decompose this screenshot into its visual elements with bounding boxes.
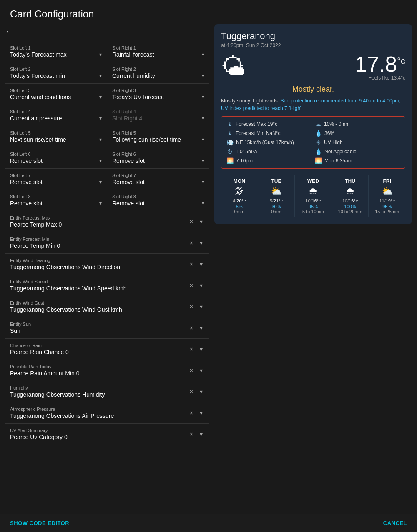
entity-expand-4[interactable]: ▾ <box>198 302 204 311</box>
slot-cell-2[interactable]: Slot Left 2 Today's Forecast min ▾ <box>5 62 107 84</box>
entity-remove-6[interactable]: × <box>188 345 195 353</box>
stat-item-2: 🌡 Forecast Min NaN°c <box>226 130 311 137</box>
forecast-day-name-1: TUE <box>260 178 293 184</box>
slot-cell-14[interactable]: Slot Left 8 Remove slot ▾ <box>5 190 107 211</box>
slot-label-0: Slot Left 1 <box>10 45 102 50</box>
entity-expand-9[interactable]: ▾ <box>198 409 204 417</box>
entity-remove-3[interactable]: × <box>188 281 195 290</box>
slot-cell-10[interactable]: Slot Left 6 Remove slot ▾ <box>5 147 107 169</box>
entity-remove-9[interactable]: × <box>188 409 195 417</box>
entity-remove-2[interactable]: × <box>188 260 195 268</box>
forecast-rain-2: 5 to 10mm <box>296 209 330 214</box>
slot-value-10: Remove slot ▾ <box>10 157 102 164</box>
slot-chevron-7: ▾ <box>202 115 204 121</box>
slot-cell-9[interactable]: Slot Right 5 Following sun rise/set time… <box>107 126 209 147</box>
back-button[interactable]: ← <box>5 24 209 41</box>
entity-remove-8[interactable]: × <box>188 387 195 396</box>
cancel-button[interactable]: CANCEL <box>383 520 407 526</box>
stat-text-7: Not Applicable <box>324 149 357 155</box>
slot-label-5: Slot Right 3 <box>112 88 204 93</box>
slot-label-14: Slot Left 8 <box>10 194 102 199</box>
entity-expand-3[interactable]: ▾ <box>198 281 204 290</box>
entity-value-6: Pearce Rain Chance 0 <box>10 349 188 355</box>
entity-remove-5[interactable]: × <box>188 324 195 332</box>
forecast-icon-2: 🌧 <box>296 186 330 197</box>
slot-cell-6[interactable]: Slot Left 4 Current air pressure ▾ <box>5 105 107 126</box>
entity-row-4: Entity Wind Gust Tuggeranong Observation… <box>5 296 209 317</box>
slot-cell-4[interactable]: Slot Left 3 Current wind conditions ▾ <box>5 84 107 105</box>
entity-label-1: Entity Forecast Min <box>10 237 188 242</box>
stat-text-0: Forecast Max 19°c <box>236 121 277 127</box>
entity-row-2: Entity Wind Bearing Tuggeranong Observat… <box>5 254 209 275</box>
slot-cell-0[interactable]: Slot Left 1 Today's Forecast max ▾ <box>5 41 107 62</box>
weather-card: Tuggeranong at 4:20pm, Sun 2 Oct 2022 🌤 … <box>214 24 412 224</box>
slot-value-5: Today's UV forecast ▾ <box>112 94 204 100</box>
back-icon: ← <box>5 27 13 36</box>
entity-expand-5[interactable]: ▾ <box>198 324 204 332</box>
slot-value-2: Today's Forecast min ▾ <box>10 72 102 79</box>
entity-label-7: Possible Rain Today <box>10 364 188 369</box>
entity-expand-1[interactable]: ▾ <box>198 239 204 247</box>
entity-label-5: Entity Sun <box>10 322 188 327</box>
forecast-pct-2: 95% <box>296 204 330 209</box>
entity-content-4: Entity Wind Gust Tuggeranong Observation… <box>10 300 188 313</box>
slot-cell-12[interactable]: Slot Left 7 Remove slot ▾ <box>5 169 107 190</box>
slot-chevron-14: ▾ <box>99 200 102 206</box>
weather-icon-large: 🌤 <box>221 55 246 80</box>
slot-label-10: Slot Left 6 <box>10 152 102 157</box>
entity-remove-0[interactable]: × <box>188 217 195 226</box>
slot-chevron-6: ▾ <box>99 115 102 121</box>
entity-content-10: UV Alert Summary Pearce Uv Category 0 <box>10 428 188 440</box>
slot-cell-1[interactable]: Slot Right 1 Rainfall forecast ▾ <box>107 41 209 62</box>
stat-text-6: 1,015hPa <box>236 149 257 155</box>
entity-label-4: Entity Wind Gust <box>10 300 188 305</box>
entity-actions-1: × ▾ <box>188 239 204 247</box>
entity-expand-6[interactable]: ▾ <box>198 345 204 353</box>
slot-chevron-12: ▾ <box>99 179 102 185</box>
slot-value-8: Next sun rise/set time ▾ <box>10 136 102 143</box>
entity-remove-4[interactable]: × <box>188 302 195 311</box>
entity-actions-4: × ▾ <box>188 302 204 311</box>
slot-cell-7[interactable]: Slot Right 4 Slot Right 4 ▾ <box>107 105 209 126</box>
entity-remove-7[interactable]: × <box>188 366 195 375</box>
forecast-day-name-4: FRI <box>370 178 404 184</box>
entity-remove-10[interactable]: × <box>188 430 195 438</box>
forecast-pct-3: 100% <box>334 204 367 209</box>
slot-cell-15[interactable]: Slot Right 8 Remove slot ▾ <box>107 190 209 211</box>
stat-icon-3: 💧 <box>315 130 322 137</box>
forecast-icon-1: ⛅ <box>260 186 293 197</box>
slot-cell-13[interactable]: Slot Right 7 Remove slot ▾ <box>107 169 209 190</box>
stat-icon-8: 🌅 <box>226 157 234 164</box>
entity-expand-0[interactable]: ▾ <box>198 217 204 226</box>
forecast-day-name-0: MON <box>223 178 256 184</box>
slot-chevron-5: ▾ <box>202 94 204 100</box>
entity-expand-8[interactable]: ▾ <box>198 387 204 396</box>
slot-value-4: Current wind conditions ▾ <box>10 94 102 100</box>
slot-cell-11[interactable]: Slot Right 6 Remove slot ▾ <box>107 147 209 169</box>
slot-cell-3[interactable]: Slot Right 2 Current humidity ▾ <box>107 62 209 84</box>
entity-actions-0: × ▾ <box>188 217 204 226</box>
slot-cell-5[interactable]: Slot Right 3 Today's UV forecast ▾ <box>107 84 209 105</box>
weather-temp-block: 17.8°c Feels like 13.4°c <box>355 53 405 81</box>
slot-cell-8[interactable]: Slot Left 5 Next sun rise/set time ▾ <box>5 126 107 147</box>
entity-value-1: Pearce Temp Min 0 <box>10 242 188 249</box>
slot-chevron-2: ▾ <box>99 73 102 79</box>
slot-value-3: Current humidity ▾ <box>112 72 204 79</box>
weather-stats-box: 🌡 Forecast Max 19°c ☁ 10% - 0mm 🌡 Foreca… <box>221 116 405 169</box>
slot-chevron-8: ▾ <box>99 137 102 142</box>
slot-chevron-3: ▾ <box>202 73 204 79</box>
entity-content-2: Entity Wind Bearing Tuggeranong Observat… <box>10 258 188 270</box>
entity-expand-2[interactable]: ▾ <box>198 260 204 268</box>
entity-label-2: Entity Wind Bearing <box>10 258 188 263</box>
page-title: Card Configuration <box>0 0 417 24</box>
entity-expand-10[interactable]: ▾ <box>198 430 204 438</box>
show-code-editor-button[interactable]: SHOW CODE EDITOR <box>10 520 69 526</box>
entity-value-8: Tuggeranong Observations Humidity <box>10 391 188 398</box>
entity-row-0: Entity Forecast Max Pearce Temp Max 0 × … <box>5 211 209 232</box>
weather-temperature: 17.8°c <box>355 53 405 75</box>
forecast-icon-4: ⛅ <box>370 186 404 197</box>
stat-text-8: 7:10pm <box>236 158 253 164</box>
entity-expand-7[interactable]: ▾ <box>198 366 204 375</box>
entity-remove-1[interactable]: × <box>188 239 195 247</box>
forecast-row: MON 🌫 4/20°c 5% 0mm TUE ⛅ 5/21°c 30% 0mm… <box>221 175 405 217</box>
